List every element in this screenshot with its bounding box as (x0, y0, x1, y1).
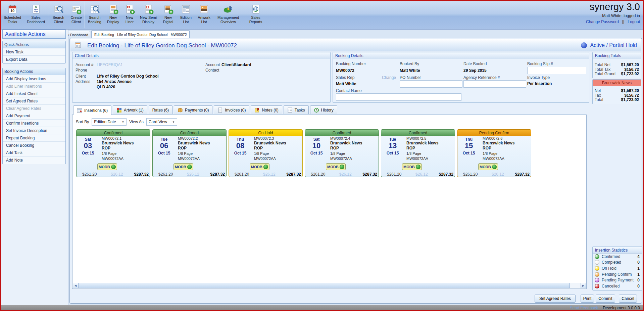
badge-status-ball (340, 165, 344, 169)
modb-badge: MODB (97, 163, 117, 170)
insertion-card-MW00072.3[interactable]: On HoldThu08Oct 15MW00072.3Brunswick New… (229, 129, 303, 177)
toolbar-edition-list[interactable]: EditionList (177, 1, 195, 29)
sidebar-item-set-invoice-description[interactable]: Set Invoice Description (3, 127, 65, 134)
totals-row: Total Net$1,567.20 (593, 62, 641, 67)
sidebar-item-export-data[interactable]: Export Data (3, 56, 65, 63)
logout-link[interactable]: Logout (628, 19, 640, 24)
booking-number-value: MW00072 (336, 68, 354, 73)
card-status: Confirmed (381, 130, 455, 136)
sort-by-label: Sort By (76, 120, 89, 124)
tab-payments[interactable]: Payments (0) (174, 105, 212, 114)
tab-artwork[interactable]: Artwork (1) (113, 105, 147, 114)
logged-in-user: Matt White logged in (586, 13, 640, 18)
insertion-card-MW00072.2[interactable]: ConfirmedTue06Oct 15MW00072.2Brunswick N… (152, 129, 227, 177)
toolbar-sales-reports[interactable]: SalesReports (246, 1, 265, 29)
create-client-icon (70, 3, 82, 15)
toolbar-new-liner[interactable]: NewLiner (122, 1, 137, 29)
svg-text:$: $ (35, 5, 37, 9)
cancel-button[interactable]: Cancel (619, 295, 637, 303)
card-status: Pending Confirm (457, 130, 531, 136)
sidebar-item-cancel-booking[interactable]: Cancel Booking (3, 142, 65, 149)
sidebar-title: Available Actions (2, 30, 66, 39)
sidebar-item-add-liner-insertions: Add Liner Insertions (3, 83, 65, 90)
address-label: Address (76, 79, 90, 84)
change-password-link[interactable]: Change Password (586, 19, 619, 24)
new-display-icon (107, 3, 119, 15)
view-as-dropdown[interactable]: Card View▼ (146, 118, 177, 126)
invoice-type-label: Invoice Type (527, 75, 550, 80)
account-no-value[interactable]: LIFEOFRIQA1 (97, 62, 123, 67)
sort-by-dropdown[interactable]: Edition Date▼ (92, 118, 127, 126)
send-feedback-link[interactable]: Send Feedback (570, 306, 598, 310)
set-agreed-rates-button[interactable]: Set Agreed Rates (535, 295, 576, 303)
toolbar-search-client[interactable]: SearchClient (49, 1, 68, 29)
svg-text:10: 10 (10, 9, 14, 13)
sidebar-item-set-agreed-rates[interactable]: Set Agreed Rates (3, 97, 65, 105)
totals-row: Total Tax$156.72 (593, 67, 641, 72)
horizontal-scrollbar[interactable]: ◀ ▶ (73, 283, 586, 288)
tab-history[interactable]: History (310, 105, 337, 114)
po-number-input[interactable] (400, 80, 462, 88)
footer-buttons: Set Agreed RatesPrintCommitCancel (70, 295, 640, 303)
stat-row-on-hold: On Hold1 (593, 265, 642, 271)
insertions-tab-icon (77, 108, 82, 113)
agency-reference-input[interactable] (463, 80, 526, 88)
sidebar-item-add-payment[interactable]: Add Payment (3, 112, 65, 120)
insertion-card-MW00072.5[interactable]: ConfirmedTue13Oct 15MW00072.5Brunswick N… (381, 129, 455, 177)
status-ball-icon (595, 266, 599, 271)
sidebar-item-new-task[interactable]: New Task (3, 48, 65, 56)
sales-rep-value: Matt White (336, 82, 356, 86)
sidebar-item-add-task[interactable]: Add Task (3, 149, 65, 157)
tab-tasks[interactable]: Tasks (284, 105, 309, 114)
client-label: Client (76, 74, 86, 79)
page-titlebar: Edit Booking - Life of Riley Gordon Dog … (70, 39, 641, 51)
sidebar-item-repeat-booking[interactable]: Repeat Booking (3, 134, 65, 142)
card-status: On Hold (229, 130, 302, 136)
sidebar-item-add-linked-client[interactable]: Add Linked Client (3, 90, 65, 97)
publication-totals-header: Brunswick News (593, 80, 641, 86)
account-type-label: Account (205, 62, 220, 67)
sidebar-item-add-note[interactable]: Add Note (3, 157, 65, 164)
application-window: 10ScheduledTasks$SalesDashboardSearchCli… (0, 0, 644, 311)
booking-slip-input[interactable] (527, 67, 586, 74)
quick-actions-box: Quick ActionsNew TaskExport Data (2, 41, 66, 63)
tab-insertions[interactable]: Insertions (6) (73, 105, 111, 115)
toolbar-new-semi-display[interactable]: New SemiDisplay (137, 1, 159, 29)
date-booked-value: 29 Sep 2015 (463, 68, 487, 73)
insertion-card-MW00072.1[interactable]: ConfirmedSat03Oct 15MW00072.1Brunswick N… (76, 129, 150, 177)
print-button[interactable]: Print (581, 295, 594, 303)
change-sales-rep-link[interactable]: Change (382, 75, 396, 80)
scheduled-tasks-icon: 10 (7, 3, 18, 15)
invoices-tab-icon (217, 107, 223, 113)
booking-icon (75, 42, 81, 50)
toolbar-new-digital[interactable]: NewDigital (159, 1, 177, 29)
sidebar-item-confirm-insertions[interactable]: Confirm Insertions (3, 120, 65, 127)
version-text: Development 3.0.0.0 (603, 306, 640, 310)
modb-badge: MODB (326, 163, 346, 170)
tab-rates[interactable]: Rates (6) (149, 105, 172, 114)
tab-notes[interactable]: Notes (0) (251, 105, 282, 114)
artwork-tab-icon (116, 107, 122, 113)
scroll-thumb[interactable] (78, 283, 570, 288)
view-as-label: View As (129, 120, 143, 124)
toolbar-scheduled-tasks[interactable]: 10ScheduledTasks (2, 1, 23, 29)
mdi-tab-active[interactable]: Edit Booking - Life of Riley Gordon Dog … (91, 30, 190, 38)
toolbar-sales-dashboard[interactable]: $SalesDashboard (23, 1, 49, 29)
commit-button[interactable]: Commit (596, 295, 615, 303)
insertion-card-MW00072.4[interactable]: ConfirmedSat10Oct 15MW00072.4Brunswick N… (305, 129, 379, 177)
stat-row-completed: Completed0 (593, 260, 642, 266)
toolbar-new-display[interactable]: NewDisplay (104, 1, 122, 29)
sidebar-section-header: Quick Actions (3, 41, 65, 48)
toolbar-search-booking[interactable]: SearchBooking (85, 1, 104, 29)
contact-name-input[interactable] (336, 93, 461, 101)
sidebar-item-add-display-insertions[interactable]: Add Display Insertions (3, 75, 65, 83)
toolbar-management-overview[interactable]: ManagementOverview (213, 1, 243, 29)
totals-row: Total$1,723.92 (593, 97, 641, 102)
scroll-left-arrow[interactable]: ◀ (73, 283, 78, 288)
toolbar-artwork-list[interactable]: ArtworkList (195, 1, 213, 29)
scroll-right-arrow[interactable]: ▶ (581, 283, 586, 288)
toolbar-create-client[interactable]: CreateClient (68, 1, 85, 29)
sidebar-item-clear-agreed-rates: Clear Agreed Rates (3, 105, 65, 112)
insertion-card-MW00072.6[interactable]: Pending ConfirmThu15Oct 15MW00072.6Bruns… (457, 129, 531, 177)
tab-invoices[interactable]: Invoices (0) (214, 105, 249, 114)
